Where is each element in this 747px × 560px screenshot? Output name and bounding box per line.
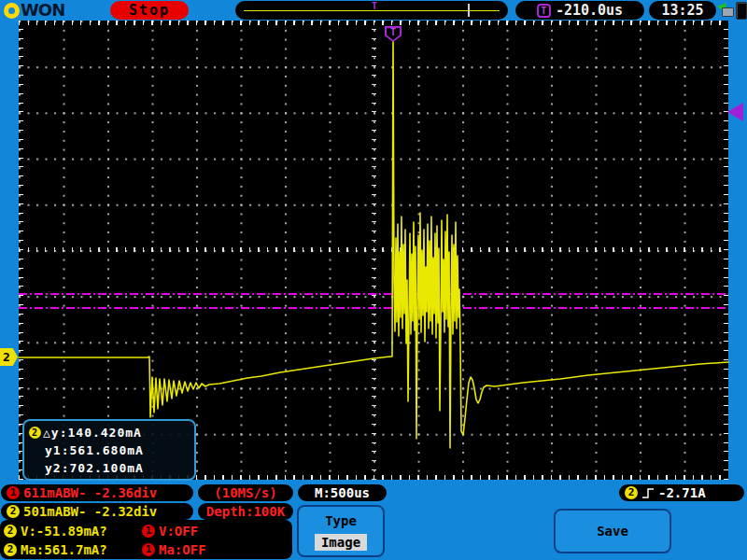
channel1-status-pill[interactable]: 1 611mABW- -2.36div bbox=[1, 484, 193, 501]
channel1-badge: 1 bbox=[7, 486, 20, 499]
clock-readout: 13:25 bbox=[649, 1, 716, 20]
ch2-v-value: V:-51.89mA? bbox=[21, 524, 107, 539]
trigger-position-badge[interactable]: T bbox=[385, 26, 402, 42]
timebase-text: M:500us bbox=[315, 485, 370, 500]
owon-logo-o-icon bbox=[4, 3, 20, 19]
trigger-status-pill[interactable]: 2 -2.71A bbox=[619, 484, 744, 501]
oscilloscope-screen: WON Stop T T -210.0us 13:25 T 2 bbox=[0, 0, 747, 560]
channel2-badge: 2 bbox=[7, 505, 20, 518]
type-menu-value[interactable]: Image bbox=[315, 534, 367, 551]
usb-body-icon bbox=[722, 7, 734, 17]
measure-y1: y1:561.680mA bbox=[45, 443, 144, 457]
trigger-offset-value: -210.0us bbox=[556, 2, 623, 19]
measure-delta-y: △y:140.420mA bbox=[43, 426, 142, 440]
measure-y2: y2:702.100mA bbox=[45, 461, 144, 475]
memory-depth-text: Depth:100K bbox=[206, 504, 285, 519]
type-menu-label: Type bbox=[299, 513, 383, 528]
channel2-status-pill[interactable]: 2 501mABW- -2.32div bbox=[1, 503, 193, 520]
memory-window-marker[interactable] bbox=[468, 4, 470, 17]
ch2-ma-badge: 2 bbox=[4, 543, 17, 556]
type-menu-button[interactable]: Type Image bbox=[297, 505, 385, 557]
cursor-measure-box: 2 △y:140.420mA y1:561.680mA y2:702.100mA bbox=[22, 419, 196, 481]
ch1-v-value: V:OFF bbox=[159, 524, 198, 539]
trigger-source-badge: 2 bbox=[625, 486, 638, 499]
rising-edge-icon bbox=[641, 486, 655, 500]
memory-position-bar[interactable]: T bbox=[235, 1, 508, 20]
ch1-ma-value: Ma:OFF bbox=[159, 542, 206, 557]
channel2-scale-text: 501mABW- -2.32div bbox=[23, 504, 157, 519]
trigger-level-text: -2.71A bbox=[658, 485, 706, 500]
ch1-ma-badge: 1 bbox=[142, 543, 155, 556]
ch2-v-badge: 2 bbox=[4, 525, 17, 538]
sample-rate-pill: (10MS/s) bbox=[198, 484, 293, 501]
channel1-scale-text: 611mABW- -2.36div bbox=[23, 485, 157, 500]
trigger-level-arrow-icon[interactable] bbox=[727, 103, 743, 121]
measurement-readout-box: 2 V:-51.89mA? 1 V:OFF 2 Ma:561.7mA? 1 Ma… bbox=[0, 520, 292, 559]
ch1-v-badge: 1 bbox=[142, 525, 155, 538]
memory-trigger-marker: T bbox=[372, 2, 377, 11]
timebase-pill[interactable]: M:500us bbox=[298, 484, 387, 501]
memory-depth-pill: Depth:100K bbox=[198, 503, 293, 520]
cursor-y2-line[interactable] bbox=[19, 293, 728, 295]
sample-rate-text: (10MS/s) bbox=[214, 485, 276, 500]
measure-channel-badge: 2 bbox=[29, 427, 41, 439]
owon-logo-letters: WON bbox=[21, 2, 64, 19]
owon-logo: WON bbox=[4, 1, 64, 20]
trigger-offset-readout: T -210.0us bbox=[515, 1, 644, 20]
run-state-indicator[interactable]: Stop bbox=[110, 1, 189, 20]
center-axis-vertical bbox=[372, 21, 376, 480]
battery-icon bbox=[736, 2, 747, 20]
save-button[interactable]: Save bbox=[554, 509, 671, 553]
channel2-ground-marker[interactable]: 2 bbox=[0, 348, 18, 366]
ch2-ma-value: Ma:561.7mA? bbox=[21, 542, 107, 557]
graticule bbox=[19, 21, 728, 480]
trigger-t-icon: T bbox=[537, 4, 551, 18]
cursor-y1-line[interactable] bbox=[19, 307, 728, 309]
usb-device-icon bbox=[719, 3, 734, 18]
